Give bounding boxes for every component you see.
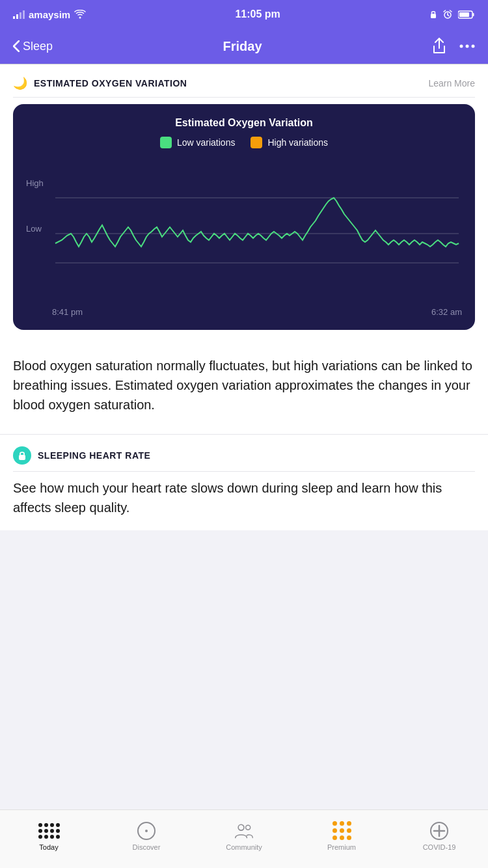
header-actions — [432, 38, 475, 55]
svg-line-10 — [450, 10, 452, 12]
premium-dots — [332, 821, 351, 840]
bottom-nav: Today Discover Community — [0, 809, 488, 868]
nav-item-discover[interactable]: Discover — [98, 821, 195, 851]
heart-rate-section: SLEEPING HEART RATE See how much your he… — [0, 435, 488, 530]
lock-status-icon — [429, 10, 437, 19]
svg-rect-20 — [19, 455, 25, 460]
status-bar-time: 11:05 pm — [235, 8, 280, 20]
premium-label: Premium — [327, 843, 356, 851]
lock-badge-icon — [13, 446, 31, 465]
svg-point-14 — [459, 45, 463, 48]
status-bar-left: amaysim — [13, 9, 86, 20]
nav-item-community[interactable]: Community — [195, 821, 293, 851]
legend-high-label: High variations — [267, 137, 328, 148]
svg-point-23 — [238, 824, 244, 830]
covid-plus-icon — [429, 821, 449, 841]
svg-rect-2 — [20, 12, 21, 19]
lock-icon — [18, 450, 27, 461]
main-content: 🌙 ESTIMATED OXYGEN VARIATION Learn More … — [0, 64, 488, 530]
signal-icon — [13, 10, 25, 19]
legend-high-color — [251, 137, 262, 148]
page-header: Sleep Friday — [0, 29, 488, 64]
svg-point-15 — [465, 45, 468, 48]
chart-x-labels: 8:41 pm 6:32 am — [26, 307, 462, 317]
grid-icon — [38, 823, 60, 839]
oxygen-header-left: 🌙 ESTIMATED OXYGEN VARIATION — [13, 76, 187, 90]
chart-x-end: 6:32 am — [431, 307, 462, 317]
premium-icon — [332, 821, 351, 841]
covid19-label: COVID-19 — [423, 843, 456, 851]
legend-low-label: Low variations — [177, 137, 236, 148]
oxygen-chart-container: Estimated Oxygen Variation Low variation… — [13, 104, 475, 330]
svg-line-8 — [448, 15, 449, 16]
svg-rect-13 — [459, 12, 469, 17]
chart-title: Estimated Oxygen Variation — [26, 117, 462, 129]
more-icon[interactable] — [459, 44, 475, 48]
svg-rect-1 — [16, 14, 18, 19]
nav-item-premium[interactable]: Premium — [293, 821, 390, 851]
chart-y-low: Low — [26, 224, 42, 234]
discover-icon — [137, 821, 156, 841]
compass-icon — [137, 821, 156, 841]
svg-point-4 — [79, 17, 81, 19]
nav-item-today[interactable]: Today — [0, 821, 98, 851]
heart-rate-title: SLEEPING HEART RATE — [38, 450, 150, 461]
heart-rate-header: SLEEPING HEART RATE — [0, 435, 488, 471]
svg-point-16 — [471, 45, 474, 48]
oxygen-header-divider — [13, 97, 475, 98]
today-label: Today — [39, 843, 58, 851]
back-button[interactable]: Sleep — [13, 40, 53, 53]
oxygen-description: Blood oxygen saturation normally fluctua… — [0, 343, 488, 434]
wifi-icon — [74, 10, 86, 19]
status-bar-right — [429, 10, 475, 19]
back-label: Sleep — [23, 40, 53, 53]
svg-rect-3 — [23, 10, 25, 19]
svg-rect-5 — [431, 14, 436, 18]
chart-x-start: 8:41 pm — [52, 307, 83, 317]
svg-rect-12 — [473, 13, 474, 16]
discover-label: Discover — [133, 843, 161, 851]
covid19-icon — [429, 821, 449, 841]
chart-y-high: High — [26, 178, 44, 188]
moon-icon: 🌙 — [13, 76, 27, 90]
heart-rate-description: See how much your heart rate slows down … — [0, 472, 488, 530]
svg-point-22 — [145, 830, 148, 832]
oxygen-section-header: 🌙 ESTIMATED OXYGEN VARIATION Learn More — [0, 64, 488, 97]
legend-high: High variations — [251, 137, 328, 148]
share-icon[interactable] — [432, 38, 446, 55]
community-people-icon — [234, 822, 254, 840]
svg-point-24 — [246, 825, 251, 830]
carrier-name: amaysim — [29, 9, 70, 20]
legend-low-color — [160, 137, 172, 148]
chart-svg — [52, 159, 462, 289]
svg-line-9 — [444, 10, 446, 12]
today-icon — [39, 821, 59, 841]
back-chevron-icon — [13, 40, 20, 52]
community-label: Community — [226, 843, 262, 851]
svg-rect-0 — [13, 16, 15, 19]
chart-legend: Low variations High variations — [26, 137, 462, 148]
oxygen-section-title: ESTIMATED OXYGEN VARIATION — [34, 78, 187, 88]
alarm-icon — [442, 10, 453, 19]
learn-more-button[interactable]: Learn More — [428, 78, 475, 88]
battery-icon — [458, 10, 475, 19]
nav-item-covid19[interactable]: COVID-19 — [390, 821, 488, 851]
community-icon — [234, 821, 254, 841]
page-title: Friday — [223, 39, 262, 54]
status-bar: amaysim 11:05 pm — [0, 0, 488, 29]
legend-low: Low variations — [160, 137, 236, 148]
chart-area: High Low — [26, 159, 462, 302]
